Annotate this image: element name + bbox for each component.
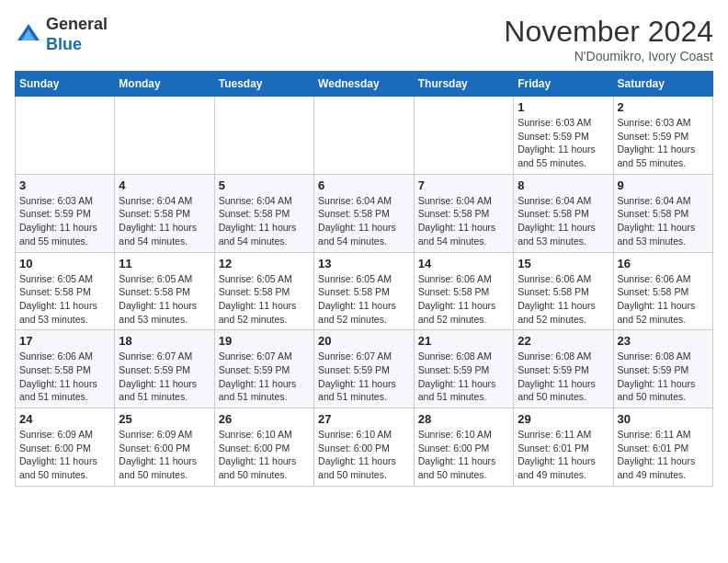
day-number: 8: [518, 178, 609, 192]
calendar-cell: 26Sunrise: 6:10 AMSunset: 6:00 PMDayligh…: [214, 408, 313, 487]
day-info: Sunrise: 6:03 AMSunset: 5:59 PMDaylight:…: [618, 116, 710, 170]
logo-icon: [15, 21, 42, 49]
day-number: 26: [219, 412, 310, 426]
day-number: 21: [418, 334, 509, 348]
calendar-cell: 14Sunrise: 6:06 AMSunset: 5:58 PMDayligh…: [414, 252, 513, 330]
day-number: 12: [219, 257, 310, 270]
day-number: 24: [19, 412, 110, 426]
calendar-week-2: 3Sunrise: 6:03 AMSunset: 5:59 PMDaylight…: [16, 174, 713, 252]
day-info: Sunrise: 6:04 AMSunset: 5:58 PMDaylight:…: [518, 194, 609, 248]
day-number: 14: [418, 257, 509, 270]
day-info: Sunrise: 6:06 AMSunset: 5:58 PMDaylight:…: [418, 272, 509, 327]
calendar-cell: [214, 97, 313, 175]
day-number: 4: [119, 178, 210, 192]
day-number: 30: [618, 412, 710, 426]
day-number: 2: [618, 100, 710, 114]
calendar-cell: 7Sunrise: 6:04 AMSunset: 5:58 PMDaylight…: [414, 174, 513, 252]
day-number: 23: [618, 334, 710, 348]
day-number: 25: [119, 412, 210, 426]
title-block: November 2024 N'Doumikro, Ivory Coast: [504, 15, 713, 63]
location-subtitle: N'Doumikro, Ivory Coast: [504, 49, 713, 63]
month-title: November 2024: [504, 15, 713, 49]
day-number: 27: [318, 412, 410, 426]
weekday-header-friday: Friday: [514, 72, 613, 97]
day-info: Sunrise: 6:09 AMSunset: 6:00 PMDaylight:…: [119, 428, 210, 482]
calendar-week-4: 17Sunrise: 6:06 AMSunset: 5:58 PMDayligh…: [16, 330, 713, 408]
calendar-cell: 11Sunrise: 6:05 AMSunset: 5:58 PMDayligh…: [115, 252, 214, 330]
logo-blue-text: Blue: [46, 35, 108, 55]
day-info: Sunrise: 6:06 AMSunset: 5:58 PMDaylight:…: [618, 272, 710, 327]
calendar-cell: 18Sunrise: 6:07 AMSunset: 5:59 PMDayligh…: [115, 330, 214, 408]
weekday-header-sunday: Sunday: [16, 72, 115, 97]
calendar-table: SundayMondayTuesdayWednesdayThursdayFrid…: [15, 71, 713, 487]
day-number: 28: [418, 412, 509, 426]
calendar-week-5: 24Sunrise: 6:09 AMSunset: 6:00 PMDayligh…: [16, 408, 713, 487]
day-info: Sunrise: 6:04 AMSunset: 5:58 PMDaylight:…: [618, 194, 710, 248]
calendar-cell: 22Sunrise: 6:08 AMSunset: 5:59 PMDayligh…: [514, 330, 613, 408]
day-number: 20: [318, 334, 410, 348]
weekday-header-row: SundayMondayTuesdayWednesdayThursdayFrid…: [16, 72, 713, 97]
day-number: 16: [618, 257, 710, 270]
day-number: 1: [518, 100, 609, 114]
calendar-cell: 13Sunrise: 6:05 AMSunset: 5:58 PMDayligh…: [314, 252, 415, 330]
day-info: Sunrise: 6:08 AMSunset: 5:59 PMDaylight:…: [418, 350, 509, 404]
day-info: Sunrise: 6:05 AMSunset: 5:58 PMDaylight:…: [19, 272, 110, 327]
calendar-cell: 30Sunrise: 6:11 AMSunset: 6:01 PMDayligh…: [613, 408, 713, 487]
calendar-cell: 24Sunrise: 6:09 AMSunset: 6:00 PMDayligh…: [16, 408, 115, 487]
day-number: 18: [119, 334, 210, 348]
day-number: 17: [19, 334, 110, 348]
day-info: Sunrise: 6:08 AMSunset: 5:59 PMDaylight:…: [618, 350, 710, 404]
calendar-cell: 5Sunrise: 6:04 AMSunset: 5:58 PMDaylight…: [214, 174, 313, 252]
calendar-cell: [414, 97, 513, 175]
day-info: Sunrise: 6:04 AMSunset: 5:58 PMDaylight:…: [219, 194, 310, 248]
day-info: Sunrise: 6:09 AMSunset: 6:00 PMDaylight:…: [19, 428, 110, 482]
weekday-header-tuesday: Tuesday: [214, 72, 313, 97]
day-info: Sunrise: 6:03 AMSunset: 5:59 PMDaylight:…: [19, 194, 110, 248]
day-info: Sunrise: 6:07 AMSunset: 5:59 PMDaylight:…: [219, 350, 310, 404]
calendar-week-1: 1Sunrise: 6:03 AMSunset: 5:59 PMDaylight…: [16, 97, 713, 175]
day-info: Sunrise: 6:04 AMSunset: 5:58 PMDaylight:…: [318, 194, 410, 248]
day-number: 3: [19, 178, 110, 192]
day-info: Sunrise: 6:07 AMSunset: 5:59 PMDaylight:…: [318, 350, 410, 404]
day-info: Sunrise: 6:05 AMSunset: 5:58 PMDaylight:…: [119, 272, 210, 327]
weekday-header-monday: Monday: [115, 72, 214, 97]
day-number: 10: [19, 257, 110, 270]
calendar-cell: 10Sunrise: 6:05 AMSunset: 5:58 PMDayligh…: [16, 252, 115, 330]
calendar-cell: 4Sunrise: 6:04 AMSunset: 5:58 PMDaylight…: [115, 174, 214, 252]
calendar-cell: 8Sunrise: 6:04 AMSunset: 5:58 PMDaylight…: [514, 174, 613, 252]
day-info: Sunrise: 6:04 AMSunset: 5:58 PMDaylight:…: [418, 194, 509, 248]
calendar-cell: 17Sunrise: 6:06 AMSunset: 5:58 PMDayligh…: [16, 330, 115, 408]
day-info: Sunrise: 6:05 AMSunset: 5:58 PMDaylight:…: [219, 272, 310, 327]
day-info: Sunrise: 6:10 AMSunset: 6:00 PMDaylight:…: [318, 428, 410, 482]
calendar-cell: 28Sunrise: 6:10 AMSunset: 6:00 PMDayligh…: [414, 408, 513, 487]
calendar-cell: 19Sunrise: 6:07 AMSunset: 5:59 PMDayligh…: [214, 330, 313, 408]
day-number: 29: [518, 412, 609, 426]
calendar-cell: [16, 97, 115, 175]
calendar-header: SundayMondayTuesdayWednesdayThursdayFrid…: [16, 72, 713, 97]
day-info: Sunrise: 6:10 AMSunset: 6:00 PMDaylight:…: [219, 428, 310, 482]
calendar-cell: 20Sunrise: 6:07 AMSunset: 5:59 PMDayligh…: [314, 330, 415, 408]
calendar-cell: 23Sunrise: 6:08 AMSunset: 5:59 PMDayligh…: [613, 330, 713, 408]
calendar-cell: 6Sunrise: 6:04 AMSunset: 5:58 PMDaylight…: [314, 174, 415, 252]
day-info: Sunrise: 6:11 AMSunset: 6:01 PMDaylight:…: [618, 428, 710, 482]
day-number: 22: [518, 334, 609, 348]
day-number: 19: [219, 334, 310, 348]
weekday-header-wednesday: Wednesday: [314, 72, 415, 97]
calendar-week-3: 10Sunrise: 6:05 AMSunset: 5:58 PMDayligh…: [16, 252, 713, 330]
day-info: Sunrise: 6:06 AMSunset: 5:58 PMDaylight:…: [19, 350, 110, 404]
day-info: Sunrise: 6:06 AMSunset: 5:58 PMDaylight:…: [518, 272, 609, 327]
day-number: 15: [518, 257, 609, 270]
calendar-body: 1Sunrise: 6:03 AMSunset: 5:59 PMDaylight…: [16, 97, 713, 487]
day-info: Sunrise: 6:08 AMSunset: 5:59 PMDaylight:…: [518, 350, 609, 404]
calendar-cell: 16Sunrise: 6:06 AMSunset: 5:58 PMDayligh…: [613, 252, 713, 330]
page-header: General Blue November 2024 N'Doumikro, I…: [15, 15, 713, 63]
weekday-header-saturday: Saturday: [613, 72, 713, 97]
calendar-cell: [115, 97, 214, 175]
day-info: Sunrise: 6:03 AMSunset: 5:59 PMDaylight:…: [518, 116, 609, 170]
day-info: Sunrise: 6:11 AMSunset: 6:01 PMDaylight:…: [518, 428, 609, 482]
calendar-cell: 12Sunrise: 6:05 AMSunset: 5:58 PMDayligh…: [214, 252, 313, 330]
day-number: 6: [318, 178, 410, 192]
weekday-header-thursday: Thursday: [414, 72, 513, 97]
calendar-cell: 27Sunrise: 6:10 AMSunset: 6:00 PMDayligh…: [314, 408, 415, 487]
calendar-cell: 21Sunrise: 6:08 AMSunset: 5:59 PMDayligh…: [414, 330, 513, 408]
